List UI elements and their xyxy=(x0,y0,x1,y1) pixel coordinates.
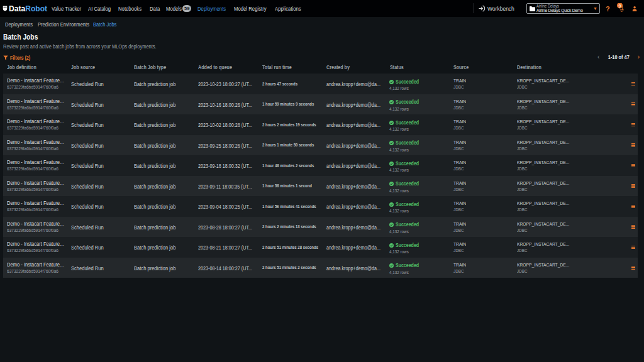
svg-text:9: 9 xyxy=(619,4,621,8)
